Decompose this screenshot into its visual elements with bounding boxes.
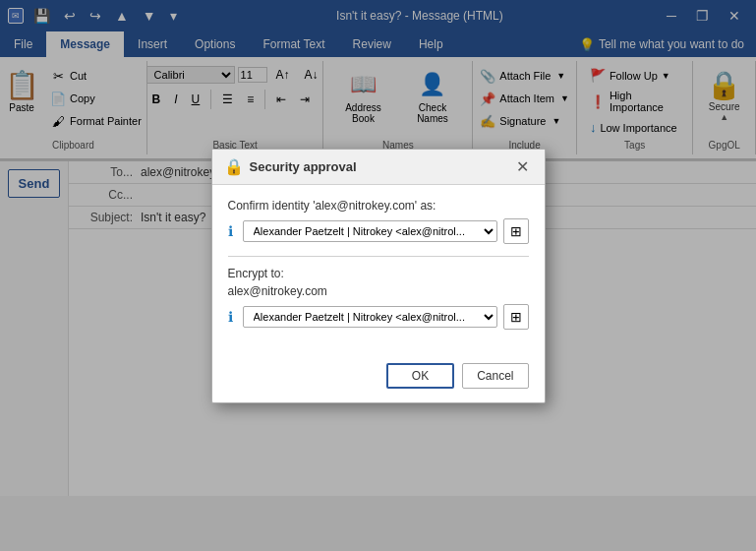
identity-dropdown[interactable]: Alexander Paetzelt | Nitrokey <alex@nitr…	[243, 220, 497, 242]
identity-dropdown-row: ℹ Alexander Paetzelt | Nitrokey <alex@ni…	[228, 218, 529, 244]
dialog-buttons: OK Cancel	[212, 355, 545, 402]
dialog-overlay: 🔒 Security approval ✕ Confirm identity '…	[0, 0, 756, 551]
encrypt-email: alex@nitrokey.com	[228, 284, 529, 298]
cancel-button[interactable]: Cancel	[462, 363, 528, 389]
dialog-title-bar: 🔒 Security approval ✕	[212, 150, 545, 185]
filter-icon: ⊞	[510, 223, 522, 239]
encrypt-filter-icon: ⊞	[510, 309, 522, 325]
ok-button[interactable]: OK	[386, 363, 454, 389]
security-approval-dialog: 🔒 Security approval ✕ Confirm identity '…	[211, 149, 546, 403]
encrypt-dropdown[interactable]: Alexander Paetzelt | Nitrokey <alex@nitr…	[243, 306, 497, 328]
dialog-title-text: Security approval	[250, 159, 512, 174]
dialog-title-icon: 🔒	[224, 157, 244, 176]
dialog-close-button[interactable]: ✕	[512, 157, 533, 176]
encrypt-dropdown-row: ℹ Alexander Paetzelt | Nitrokey <alex@ni…	[228, 304, 529, 330]
encrypt-info-icon: ℹ	[228, 309, 233, 325]
encrypt-to-section: Encrypt to: alex@nitrokey.com ℹ Alexande…	[228, 267, 529, 330]
encrypt-to-label: Encrypt to:	[228, 267, 529, 280]
dialog-separator	[228, 256, 529, 257]
confirm-identity-section: Confirm identity 'alex@nitrokey.com' as:…	[228, 199, 529, 244]
encrypt-filter-button[interactable]: ⊞	[503, 304, 529, 330]
info-icon: ℹ	[228, 223, 233, 239]
dialog-body: Confirm identity 'alex@nitrokey.com' as:…	[212, 185, 545, 355]
confirm-identity-label: Confirm identity 'alex@nitrokey.com' as:	[228, 199, 529, 213]
identity-filter-button[interactable]: ⊞	[503, 218, 529, 244]
